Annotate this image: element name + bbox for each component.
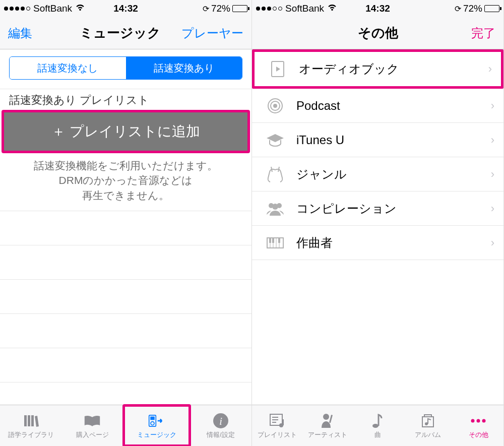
audiobook-icon [267,60,289,78]
svg-point-13 [272,204,278,210]
svg-rect-20 [272,238,274,243]
rotation-lock-icon: ⟳ [203,4,209,14]
guitar-icon [264,165,286,183]
nav-edit-button[interactable]: 編集 [8,25,58,41]
empty-row [0,348,251,383]
tab-playlist[interactable]: プレイリスト [252,405,302,446]
svg-rect-19 [269,238,271,243]
tab-music[interactable]: ミュージック [122,404,191,446]
tab-label: アルバム [415,430,441,439]
carrier-label: SoftBank [33,3,72,14]
svg-point-6 [273,104,277,108]
left-screen: SoftBank 14:32 ⟳ 72% 編集 ミュージック プレーヤー 話速変… [0,0,252,446]
row-genre[interactable]: ジャンル › [252,157,503,192]
time-label: 14:32 [365,3,390,14]
tab-artist[interactable]: アーティスト [302,405,353,446]
nav-done-button[interactable]: 完了 [445,25,495,41]
tab-label: 情報/設定 [207,430,235,439]
svg-rect-28 [329,415,333,423]
nav-bar: その他 完了 [252,17,503,49]
chevron-right-icon: › [491,202,494,215]
svg-rect-1 [150,416,155,420]
row-composer[interactable]: 作曲者 › [252,226,503,260]
tab-library[interactable]: 語学ライブラリ [0,405,61,446]
nav-player-button[interactable]: プレーヤー [181,25,243,41]
svg-point-29 [372,424,379,428]
battery-pct: 72% [211,3,230,14]
right-screen: SoftBank 14:32 ⟳ 72% その他 完了 オーディオブック › [252,0,504,446]
add-playlist-button[interactable]: ＋ プレイリストに追加 [4,112,247,151]
row-label: オーディオブック [299,61,488,77]
gradcap-icon [264,131,286,149]
info-icon: i [212,412,229,429]
empty-row [0,245,251,280]
chevron-right-icon: › [491,168,494,181]
row-label: コンピレーション [296,201,491,217]
more-list: オーディオブック › Podcast › iTunes U › ジャンル › [252,49,503,405]
chevron-right-icon: › [491,99,494,112]
tab-label: 購入ページ [76,430,109,439]
row-compilation[interactable]: コンピレーション › [252,192,503,226]
row-audiobook[interactable]: オーディオブック › [255,52,501,86]
signal-dots-icon [4,7,30,11]
library-icon [22,412,39,429]
svg-point-2 [151,421,154,425]
info-text: 話速変換機能をご利用いただけます。 DRMのかかった音源などは 再生できません。 [0,153,251,211]
segment-on[interactable]: 話速変換あり [126,57,242,79]
signal-dots-icon [256,7,282,11]
tab-album[interactable]: アルバム [403,405,453,446]
nav-bar: 編集 ミュージック プレーヤー [0,17,251,49]
svg-rect-31 [424,415,431,417]
rotation-lock-icon: ⟳ [455,4,461,14]
tab-more[interactable]: その他 [453,405,503,446]
svg-line-9 [271,167,272,172]
chevron-right-icon: › [491,236,494,249]
row-podcast[interactable]: Podcast › [252,89,503,123]
row-label: Podcast [296,99,491,113]
add-playlist-highlight: ＋ プレイリストに追加 [2,110,250,153]
svg-point-33 [471,419,475,422]
time-label: 14:32 [113,3,138,14]
tab-bar: プレイリスト アーティスト 曲 アルバム その他 [252,405,503,446]
tab-label: プレイリスト [258,430,297,439]
nav-title: その他 [310,24,445,42]
chevron-right-icon: › [488,62,492,76]
status-bar: SoftBank 14:32 ⟳ 72% [252,0,503,17]
podcast-icon [264,97,286,115]
tab-bar: 語学ライブラリ 購入ページ ミュージック i 情報/設定 [0,405,251,446]
tab-purchase[interactable]: 購入ページ [61,405,123,446]
row-label: 作曲者 [296,235,491,251]
battery-icon [232,5,247,12]
song-icon [369,412,386,429]
tab-label: 語学ライブラリ [8,430,54,439]
battery-pct: 72% [463,3,482,14]
svg-point-27 [323,414,329,420]
tab-songs[interactable]: 曲 [353,405,403,446]
battery-icon [484,5,499,12]
segmented-control-container: 話速変換なし 話速変換あり [0,49,251,89]
row-label: iTunes U [296,133,491,147]
svg-text:i: i [219,415,222,427]
carrier-label: SoftBank [285,3,324,14]
svg-point-35 [482,419,486,422]
piano-icon [264,234,286,252]
info-line: 再生できません。 [9,188,242,203]
book-open-icon [84,412,101,429]
svg-line-10 [278,167,279,172]
segment-off[interactable]: 話速変換なし [10,57,126,79]
svg-rect-21 [278,238,280,243]
svg-point-34 [477,419,480,422]
album-icon [419,412,436,429]
row-itunesu[interactable]: iTunes U › [252,123,503,157]
tab-label: その他 [469,430,488,439]
tab-settings[interactable]: i 情報/設定 [190,405,251,446]
ipod-arrow-icon [148,412,165,429]
nav-title: ミュージック [58,24,181,42]
wifi-icon [75,3,85,14]
section-header: 話速変換あり プレイリスト [0,89,251,110]
playlist-icon [269,412,286,429]
row-label: ジャンル [296,166,491,182]
status-bar: SoftBank 14:32 ⟳ 72% [0,0,251,17]
empty-row [0,314,251,348]
chevron-right-icon: › [491,134,494,147]
